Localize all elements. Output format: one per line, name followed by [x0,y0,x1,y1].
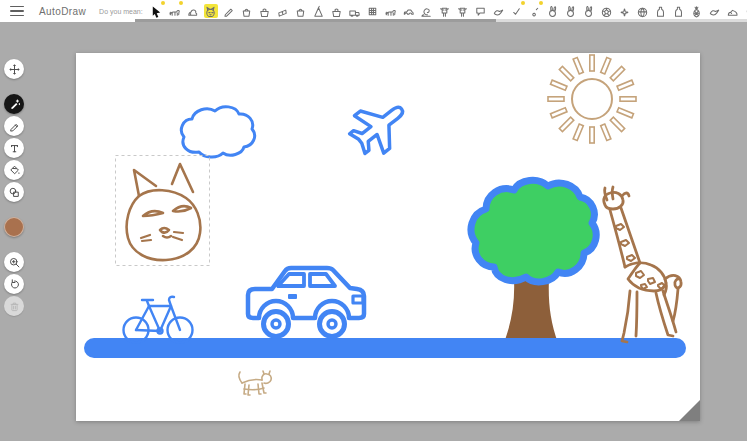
suggestion-basket[interactable] [294,4,308,18]
giraffe-drawing[interactable] [604,187,681,342]
shape-tool[interactable] [4,182,24,202]
autodraw-icon [8,98,21,111]
suggestion-penguin[interactable] [438,4,452,18]
suggestion-dot-sketch[interactable] [528,4,542,18]
autodraw-tool[interactable] [4,94,24,114]
suggestion-drawing-cursor[interactable] [150,4,164,18]
suggestion-feather-pen[interactable] [222,4,236,18]
suggestion-pineapple[interactable] [690,4,704,18]
suggestions-scrollbar-thumb[interactable] [135,19,496,22]
sparkle-dot [521,1,525,5]
suggestion-bottle[interactable] [654,4,668,18]
sparkle-dot [539,1,543,5]
car-drawing[interactable] [248,268,364,337]
suggestions-scrollbar-track[interactable] [135,19,747,22]
select-tool[interactable] [4,59,24,79]
suggestion-car[interactable] [402,4,416,18]
suggestion-cat-sketch[interactable] [186,4,200,18]
suggestion-dog[interactable] [384,4,398,18]
autodraw-app: AutoDraw Do you mean: [0,0,747,441]
undo-button[interactable] [4,274,24,294]
sparkle-dot [161,1,165,5]
suggestion-broom[interactable] [312,4,326,18]
suggestion-speech-bubble[interactable] [474,4,488,18]
cloud-drawing[interactable] [181,107,254,157]
type-tool[interactable] [4,138,24,158]
sun-drawing[interactable] [548,55,636,143]
suggestion-basket[interactable] [240,4,254,18]
suggestion-snail[interactable] [420,4,434,18]
undo-icon [8,278,21,291]
suggestion-cat-face[interactable] [204,4,218,18]
draw-tool[interactable] [4,116,24,136]
zoom-tool[interactable] [4,252,24,272]
suggestion-hamper[interactable] [330,4,344,18]
color-picker[interactable] [4,217,24,237]
move-icon [8,63,21,76]
suggestion-cake-slice[interactable] [276,4,290,18]
suggestion-rabbit[interactable] [564,4,578,18]
suggestion-bird[interactable] [492,4,506,18]
suggestion-mark-sketch[interactable] [510,4,524,18]
suggestion-robot[interactable] [456,4,470,18]
menu-icon[interactable] [10,6,24,17]
suggestion-soccer-ball[interactable] [600,4,614,18]
bicycle-drawing[interactable] [124,297,193,343]
airplane-drawing[interactable] [343,90,417,162]
app-title: AutoDraw [39,6,86,17]
suggestion-globe[interactable] [636,4,650,18]
do-you-mean-label: Do you mean: [99,8,143,15]
suggestion-waffle[interactable] [366,4,380,18]
suggestion-picnic-basket[interactable] [258,4,272,18]
top-bar: AutoDraw Do you mean: [0,0,747,22]
suggestion-truck[interactable] [348,4,362,18]
trash-icon [8,300,21,313]
cat-face-sketch[interactable] [127,164,201,260]
tool-column [4,59,24,316]
suggestion-bird-toy[interactable] [708,4,722,18]
delete-button[interactable] [4,296,24,316]
sparkle-dot [179,1,183,5]
drawing-canvas[interactable] [76,53,700,421]
suggestion-jar[interactable] [672,4,686,18]
canvas-fold-corner[interactable] [679,400,700,421]
suggestion-shoe[interactable] [726,4,740,18]
type-icon [8,142,21,155]
suggestion-rabbit-face[interactable] [582,4,596,18]
fill-icon [8,164,21,177]
fill-tool[interactable] [4,160,24,180]
suggestion-flower[interactable] [618,4,632,18]
shape-icon [8,186,21,199]
suggestion-rabbit-sketch[interactable] [546,4,560,18]
suggestion-animal-sketch[interactable] [168,4,182,18]
zoom-icon [8,256,21,269]
pencil-icon [8,120,21,133]
tree-drawing[interactable] [471,180,596,343]
small-cat-sketch[interactable] [239,371,271,395]
